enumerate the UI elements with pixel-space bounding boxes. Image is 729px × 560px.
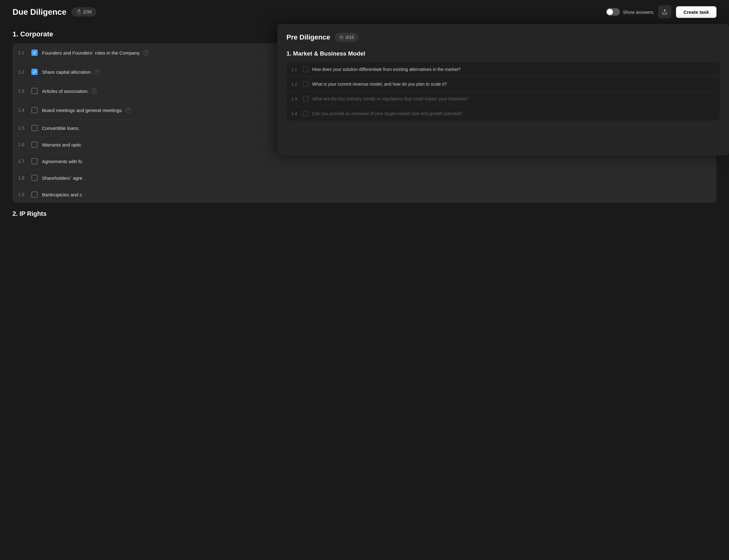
checkbox-1-2[interactable] — [31, 69, 38, 75]
overlay-checkbox-1-3[interactable] — [303, 96, 309, 102]
toggle-thumb — [607, 9, 613, 15]
overlay-list-item: 1.2 What is your current revenue model, … — [287, 77, 720, 92]
checkbox-1-6[interactable] — [31, 141, 38, 148]
overlay-checkbox-1-1[interactable] — [303, 67, 309, 72]
section-ip-title: 2. IP Rights — [13, 210, 716, 217]
item-number: 1.4 — [18, 108, 27, 113]
toggle-container: Show answers — [606, 8, 654, 16]
overlay-title: Pre Diligence — [287, 33, 330, 41]
main-content: 1. Corporate 1.1 Founders and Founders´ … — [0, 24, 729, 227]
checkbox-1-3[interactable] — [31, 88, 38, 94]
help-icon-1-4[interactable]: ? — [125, 107, 131, 113]
item-number: 1.8 — [18, 175, 27, 180]
checkbox-1-9[interactable] — [31, 191, 38, 198]
overlay-progress-value: 0/15 — [346, 35, 354, 40]
item-number: 1.2 — [18, 69, 27, 74]
overlay-list-item: 1.4 Can you provide an overview of your … — [287, 106, 720, 121]
overlay-item-number: 1.2 — [292, 82, 299, 87]
item-number: 1.5 — [18, 125, 27, 131]
show-answers-toggle[interactable] — [606, 8, 620, 16]
item-text-1-8: Shareholders´ agre — [42, 175, 114, 181]
overlay-header: Pre Diligence 0/15 — [287, 33, 720, 41]
overlay-progress-badge: 0/15 — [335, 33, 358, 41]
checkbox-1-7[interactable] — [31, 158, 38, 164]
help-icon-1-2[interactable]: ? — [94, 69, 100, 75]
overlay-section-title: 1. Market & Business Model — [287, 50, 720, 57]
item-number: 1.6 — [18, 142, 27, 147]
checkbox-1-5[interactable] — [31, 125, 38, 131]
header-left: Due Diligence 2/39 — [13, 7, 96, 17]
overlay-item-number: 1.3 — [292, 97, 299, 101]
item-number: 1.1 — [18, 50, 27, 55]
create-task-button[interactable]: Create task — [676, 6, 716, 18]
progress-badge: 2/39 — [72, 8, 96, 16]
overlay-checkbox-1-2[interactable] — [303, 81, 309, 87]
overlay-item-number: 1.4 — [292, 111, 299, 116]
checkbox-1-4[interactable] — [31, 107, 38, 113]
item-text-1-7: Agreements with fo — [42, 159, 114, 164]
item-number: 1.9 — [18, 192, 27, 197]
overlay-checkbox-1-4[interactable] — [303, 111, 309, 116]
item-number: 1.7 — [18, 159, 27, 164]
overlay-item-text-1-4: Can you provide an overview of your targ… — [312, 111, 715, 116]
header-right: Show answers Create task — [606, 6, 716, 18]
overlay-item-text-1-2: What is your current revenue model, and … — [312, 82, 715, 87]
overlay-item-text-1-1: How does your solution differentiate fro… — [312, 67, 715, 72]
item-number: 1.3 — [18, 88, 27, 93]
table-row: 1.8 Shareholders´ agre — [13, 170, 716, 186]
help-icon-1-3[interactable]: ? — [91, 88, 97, 94]
checkbox-1-1[interactable] — [31, 50, 38, 56]
progress-icon — [76, 9, 81, 14]
overlay-panel: Pre Diligence 0/15 1. Market & Business … — [277, 24, 729, 156]
header: Due Diligence 2/39 Show answers Create t… — [0, 0, 729, 24]
page-title: Due Diligence — [13, 7, 67, 17]
show-answers-label: Show answers — [623, 9, 654, 15]
help-icon-1-1[interactable]: ? — [143, 50, 149, 56]
share-button[interactable] — [658, 6, 671, 18]
item-text-1-6: Warrants and optic — [42, 142, 114, 147]
overlay-items-container: 1.1 How does your solution differentiate… — [287, 62, 720, 121]
progress-value: 2/39 — [83, 9, 92, 14]
checkbox-1-8[interactable] — [31, 175, 38, 181]
overlay-item-text-1-3: What are the key industry trends or regu… — [312, 96, 715, 101]
item-text-1-5: Convertible loans. — [42, 125, 114, 131]
item-text-1-9: Bankruptcies and c — [42, 192, 114, 197]
overlay-item-number: 1.1 — [292, 67, 299, 72]
overlay-progress-icon — [339, 35, 344, 40]
overlay-list-item: 1.3 What are the key industry trends or … — [287, 92, 720, 106]
overlay-list-item: 1.1 How does your solution differentiate… — [287, 62, 720, 77]
table-row: 1.9 Bankruptcies and c — [13, 186, 716, 203]
